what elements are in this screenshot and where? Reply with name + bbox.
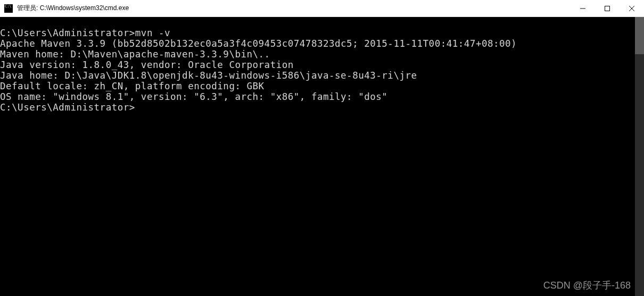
terminal-line: C:\Users\Administrator>mvn -v <box>0 28 635 38</box>
scrollbar-thumb[interactable] <box>635 17 644 54</box>
maximize-icon <box>605 6 610 11</box>
maximize-button[interactable] <box>595 0 620 17</box>
close-button[interactable] <box>620 0 644 17</box>
terminal-line: Apache Maven 3.3.9 (bb52d8502b132ec0a5a3… <box>0 38 635 49</box>
terminal-line: Java home: D:\Java\JDK1.8\openjdk-8u43-w… <box>0 70 635 81</box>
terminal-line: C:\Users\Administrator> <box>0 102 635 113</box>
window-controls <box>571 0 644 16</box>
cmd-icon <box>4 4 13 13</box>
window-title: 管理员: C:\Windows\system32\cmd.exe <box>17 4 129 13</box>
vertical-scrollbar[interactable] <box>635 17 644 296</box>
terminal-line: Default locale: zh_CN, platform encoding… <box>0 81 635 91</box>
close-icon <box>629 6 634 11</box>
cmd-window: 管理员: C:\Windows\system32\cmd.exe C:\User… <box>0 0 644 296</box>
titlebar-left: 管理员: C:\Windows\system32\cmd.exe <box>0 4 129 13</box>
terminal-content[interactable]: C:\Users\Administrator>mvn -vApache Mave… <box>0 17 635 296</box>
svg-rect-1 <box>605 6 610 11</box>
minimize-button[interactable] <box>571 0 595 17</box>
minimize-icon <box>580 6 585 11</box>
terminal-line: OS name: "windows 8.1", version: "6.3", … <box>0 91 635 102</box>
terminal-line: Maven home: D:\Maven\apache-maven-3.3.9\… <box>0 49 635 60</box>
terminal-line: Java version: 1.8.0_43, vendor: Oracle C… <box>0 60 635 70</box>
titlebar[interactable]: 管理员: C:\Windows\system32\cmd.exe <box>0 0 644 17</box>
terminal-area[interactable]: C:\Users\Administrator>mvn -vApache Mave… <box>0 17 644 296</box>
